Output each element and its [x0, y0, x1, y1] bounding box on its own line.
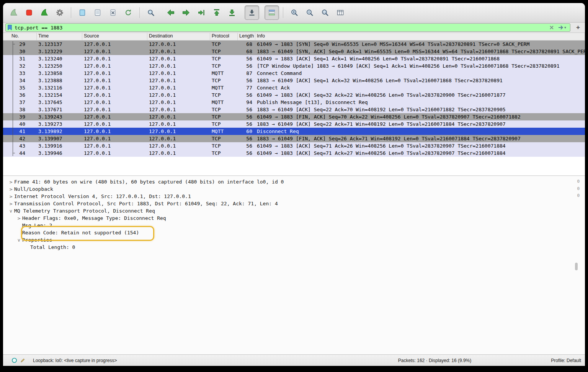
cell-protocol: TCP — [210, 113, 238, 120]
cell-destination: 127.0.0.1 — [147, 142, 210, 149]
expand-arrow-icon[interactable]: > — [7, 208, 15, 214]
find-packet-button[interactable] — [144, 5, 158, 20]
packet-row[interactable]: 293.123137127.0.0.1127.0.0.1TCP6861049 →… — [3, 41, 585, 48]
packet-row[interactable]: 343.123888127.0.0.1127.0.0.1TCP561883 → … — [3, 77, 585, 84]
arrow-left-icon — [167, 8, 175, 17]
cell-source: 127.0.0.1 — [82, 62, 147, 70]
cell-protocol: TCP — [210, 106, 238, 113]
detail-line[interactable]: >MQ Telemetry Transport Protocol, Discon… — [3, 207, 585, 214]
zoom-original-button[interactable]: 1:1 — [318, 5, 332, 20]
go-to-packet-icon — [197, 8, 206, 17]
column-header-source[interactable]: Source — [82, 33, 147, 40]
profile-text[interactable]: Profile: Default — [551, 358, 581, 363]
column-header-protocol[interactable]: Protocol — [210, 33, 238, 40]
reload-file-button[interactable] — [121, 5, 136, 20]
packet-row[interactable]: 433.139916127.0.0.1127.0.0.1TCP5661049 →… — [3, 142, 585, 149]
expert-info-button[interactable] — [10, 356, 18, 365]
go-first-packet-button[interactable] — [209, 5, 224, 20]
packet-list-empty-area — [3, 157, 585, 175]
go-to-packet-button[interactable] — [194, 5, 209, 20]
cell-no: 29 — [3, 41, 37, 48]
detail-line[interactable]: >Frame 41: 60 bytes on wire (480 bits), … — [3, 178, 585, 185]
cell-protocol: TCP — [210, 91, 238, 99]
detail-line[interactable]: >Header Flags: 0xe0, Message Type: Disco… — [3, 214, 585, 222]
filter-value[interactable]: tcp.port == 1883 — [15, 25, 548, 31]
capture-options-button[interactable] — [52, 5, 67, 20]
detail-line[interactable]: >Internet Protocol Version 4, Src: 127.0… — [3, 193, 585, 200]
expand-arrow-icon[interactable]: > — [15, 237, 23, 244]
packet-row[interactable]: 403.139273127.0.0.1127.0.0.1TCP561883 → … — [3, 120, 585, 128]
packet-row[interactable]: 353.132116127.0.0.1127.0.0.1MQTT77Connec… — [3, 84, 585, 91]
go-last-packet-button[interactable] — [225, 5, 239, 20]
save-file-button[interactable] — [90, 5, 105, 20]
cell-source: 127.0.0.1 — [82, 113, 147, 120]
filter-add-button[interactable]: + — [573, 24, 583, 31]
capture-comment-button[interactable] — [18, 356, 27, 365]
auto-scroll-icon — [248, 8, 256, 17]
detail-line[interactable]: Reason Code: Retain not supported (154) — [3, 229, 585, 236]
expand-arrow-icon[interactable]: > — [8, 179, 14, 186]
go-back-button[interactable] — [163, 5, 178, 20]
zoom-out-button[interactable] — [302, 5, 317, 20]
cell-no: 34 — [3, 77, 37, 84]
cell-protocol: TCP — [210, 62, 238, 70]
start-capture-button[interactable] — [7, 5, 21, 20]
packet-row[interactable]: 423.139907127.0.0.1127.0.0.1TCP561883 → … — [3, 135, 585, 142]
display-filter-input[interactable]: tcp.port == 1883 ▾ — [5, 23, 570, 32]
cell-time: 3.137645 — [37, 99, 82, 106]
packet-row[interactable]: 323.123250127.0.0.1127.0.0.1TCP56[TCP Wi… — [3, 62, 585, 70]
expand-arrow-icon[interactable]: > — [8, 200, 14, 208]
cell-length: 56 — [238, 142, 255, 149]
packet-row[interactable]: 363.132154127.0.0.1127.0.0.1TCP5661049 →… — [3, 91, 585, 99]
packet-row[interactable]: 313.123240127.0.0.1127.0.0.1TCP5661049 →… — [3, 55, 585, 62]
arrow-right-icon — [182, 8, 190, 17]
zoom-in-button[interactable] — [287, 5, 302, 20]
expand-arrow-icon[interactable]: > — [8, 193, 14, 200]
packet-row[interactable]: 373.137645127.0.0.1127.0.0.1MQTT94Publis… — [3, 99, 585, 106]
packet-row[interactable]: 413.139892127.0.0.1127.0.0.1MQTT60Discon… — [3, 128, 585, 135]
column-header-destination[interactable]: Destination — [147, 33, 210, 40]
auto-scroll-button[interactable] — [245, 5, 259, 20]
resize-columns-button[interactable] — [333, 5, 348, 20]
details-scrollbar-thumb[interactable] — [575, 263, 578, 270]
filter-clear-button[interactable] — [548, 24, 555, 31]
detail-line[interactable]: Total Length: 0 — [3, 244, 585, 251]
colorize-packets-button[interactable] — [265, 5, 279, 20]
go-forward-button[interactable] — [179, 5, 193, 20]
detail-line[interactable]: >Properties — [3, 236, 585, 244]
zoom-original-icon: 1:1 — [321, 8, 329, 17]
detail-line[interactable]: >Transmission Control Protocol, Src Port… — [3, 200, 585, 207]
stop-capture-button[interactable] — [22, 5, 36, 20]
cell-destination: 127.0.0.1 — [147, 106, 210, 113]
column-header-length[interactable]: Length — [238, 33, 255, 40]
filter-apply-button[interactable]: ▾ — [555, 24, 568, 31]
bookmark-icon[interactable] — [7, 24, 12, 31]
column-header-no[interactable]: No. — [3, 33, 37, 40]
packet-row[interactable]: 333.123858127.0.0.1127.0.0.1MQTT87Connec… — [3, 70, 585, 77]
packet-row[interactable]: 303.123229127.0.0.1127.0.0.1TCP681883 → … — [3, 48, 585, 55]
capture-status-text: Loopback: lo0: <live capture in progress… — [33, 358, 117, 363]
cell-info: Publish Message [t13], Disconnect Req — [255, 99, 585, 106]
toolbar-separator — [71, 7, 71, 18]
expert-info-circle-icon — [11, 357, 17, 363]
packet-row[interactable]: 443.139946127.0.0.1127.0.0.1TCP5661049 →… — [3, 149, 585, 157]
detail-text: Total Length: 0 — [30, 244, 75, 250]
cell-destination: 127.0.0.1 — [147, 99, 210, 106]
main-toolbar: 1:1 — [3, 3, 585, 23]
column-header-info[interactable]: Info — [255, 33, 585, 40]
packet-row[interactable]: 393.139243127.0.0.1127.0.0.1TCP5661049 →… — [3, 113, 585, 120]
packet-row[interactable]: 383.137671127.0.0.1127.0.0.1TCP561883 → … — [3, 106, 585, 113]
restart-capture-button[interactable] — [37, 5, 52, 20]
close-file-button[interactable] — [106, 5, 120, 20]
packet-list-header: No.TimeSourceDestinationProtocolLengthIn… — [3, 33, 585, 41]
cell-protocol: TCP — [210, 149, 238, 157]
expand-arrow-icon[interactable]: > — [8, 186, 14, 193]
cell-info: Connect Command — [255, 70, 585, 77]
detail-line[interactable]: >Null/Loopback — [3, 185, 585, 193]
cell-destination: 127.0.0.1 — [147, 84, 210, 91]
expand-arrow-icon[interactable]: > — [16, 215, 22, 222]
open-file-button[interactable] — [75, 5, 90, 20]
detail-text: MQ Telemetry Transport Protocol, Disconn… — [14, 208, 155, 214]
detail-line[interactable]: Msg Len: 2 — [3, 222, 585, 229]
column-header-time[interactable]: Time — [37, 33, 82, 40]
